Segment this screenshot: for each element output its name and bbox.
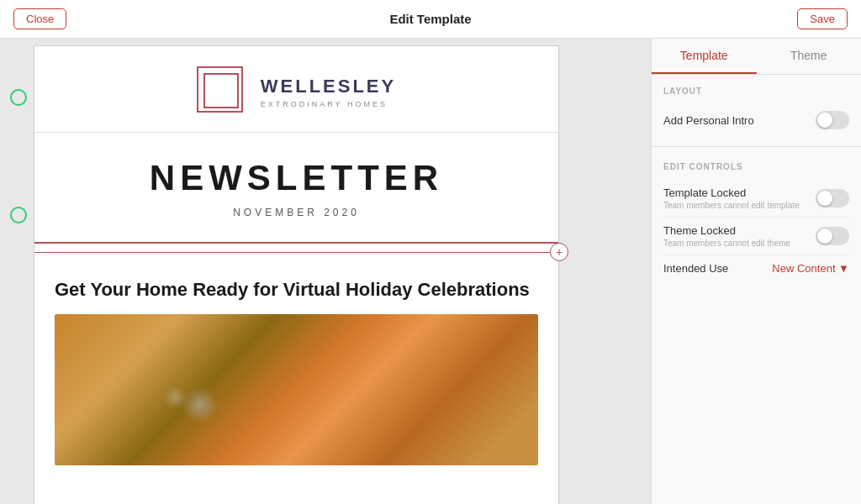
tab-bar: Template Theme	[652, 39, 861, 75]
divider-row: +	[34, 244, 558, 260]
circle-indicators	[0, 39, 34, 223]
panel-divider-1	[652, 146, 861, 147]
template-locked-sublabel: Team members cannot edit template	[663, 201, 800, 210]
article-headline: Get Your Home Ready for Virtual Holiday …	[55, 277, 538, 302]
tab-theme[interactable]: Theme	[757, 39, 862, 74]
main-layout: WELLESLEY EXTRODINARY HOMES NEWSLETTER N…	[0, 39, 861, 504]
template-locked-row: Template Locked Team members cannot edit…	[663, 180, 849, 218]
template-locked-label: Template Locked	[663, 186, 800, 199]
canvas-area[interactable]: WELLESLEY EXTRODINARY HOMES NEWSLETTER N…	[0, 39, 651, 504]
page-title: Edit Template	[389, 12, 471, 26]
logo-name: WELLESLEY	[261, 76, 396, 97]
intended-use-label: Intended Use	[663, 262, 728, 275]
article-section: Get Your Home Ready for Virtual Holiday …	[34, 260, 558, 482]
divider-line	[34, 252, 558, 253]
newsletter-page: WELLESLEY EXTRODINARY HOMES NEWSLETTER N…	[34, 45, 559, 504]
logo-tagline: EXTRODINARY HOMES	[261, 100, 396, 108]
add-section-button[interactable]: +	[550, 243, 568, 261]
theme-locked-label: Theme Locked	[663, 224, 790, 237]
edit-controls-section: Edit Controls Template Locked Team membe…	[652, 150, 861, 288]
close-button[interactable]: Close	[13, 8, 66, 29]
intended-use-row: Intended Use New Content ▼	[663, 255, 849, 281]
article-image-overlay	[55, 314, 538, 465]
add-personal-intro-toggle[interactable]	[816, 111, 849, 129]
newsletter-date: NOVEMBER 2020	[51, 207, 541, 218]
theme-locked-toggle[interactable]	[816, 227, 849, 245]
logo-section: WELLESLEY EXTRODINARY HOMES	[34, 46, 558, 133]
template-locked-toggle[interactable]	[816, 189, 849, 207]
save-button[interactable]: Save	[797, 8, 848, 29]
header: Close Edit Template Save	[0, 0, 861, 39]
intended-use-dropdown[interactable]: New Content ▼	[772, 262, 849, 275]
circle-indicator-top	[10, 89, 27, 106]
newsletter-title: NEWSLETTER	[51, 158, 541, 198]
add-personal-intro-row: Add Personal Intro	[663, 104, 849, 136]
logo-square	[197, 66, 247, 117]
theme-locked-info: Theme Locked Team members cannot edit th…	[663, 224, 790, 248]
right-panel: Template Theme Layout Add Personal Intro…	[651, 39, 861, 504]
canvas-wrapper: WELLESLEY EXTRODINARY HOMES NEWSLETTER N…	[0, 39, 651, 504]
article-image	[55, 314, 538, 465]
edit-controls-label: Edit Controls	[663, 162, 849, 171]
layout-section: Layout Add Personal Intro	[652, 75, 861, 143]
theme-locked-sublabel: Team members cannot edit theme	[663, 239, 790, 248]
logo-text: WELLESLEY EXTRODINARY HOMES	[261, 76, 396, 108]
template-locked-info: Template Locked Team members cannot edit…	[663, 186, 800, 210]
circle-indicator-bottom	[10, 207, 27, 223]
logo-square-inner	[203, 73, 239, 108]
layout-section-label: Layout	[663, 87, 849, 96]
tab-template[interactable]: Template	[652, 39, 757, 74]
theme-locked-row: Theme Locked Team members cannot edit th…	[663, 218, 849, 255]
newsletter-title-section: NEWSLETTER NOVEMBER 2020	[34, 133, 558, 244]
add-personal-intro-label: Add Personal Intro	[663, 114, 754, 127]
